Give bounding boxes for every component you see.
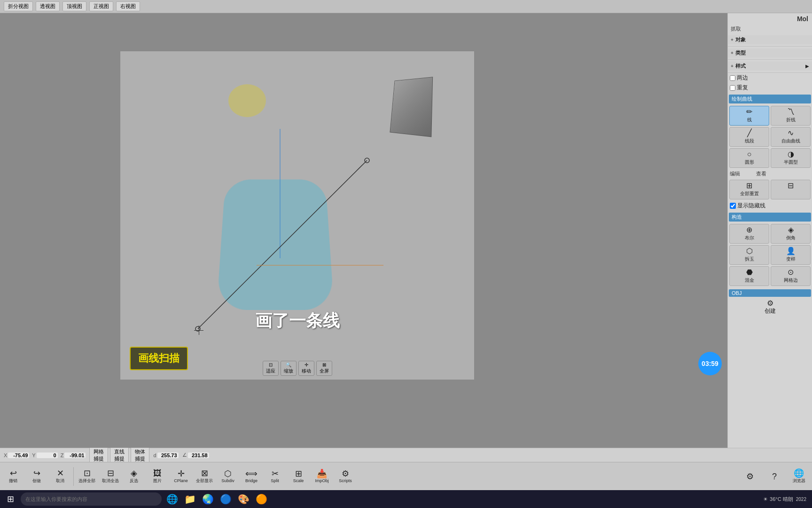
scripts-btn[interactable]: ⚙ Scripts (334, 464, 357, 489)
taskbar-search-input[interactable] (21, 492, 162, 506)
browser-btn[interactable]: 🌐 浏览器 (788, 464, 810, 489)
taskbar-app-blue[interactable]: 🔵 (217, 491, 234, 508)
props-header-style[interactable]: + 样式 ▶ (728, 62, 812, 71)
construct-tools-grid: ⊕ 布尔 ◈ 倒角 ⬡ 拆玉 👤 变样 (728, 222, 812, 287)
split-btn[interactable]: ✂ Split (264, 464, 286, 489)
split2-btn[interactable]: ⬡ 拆玉 (729, 245, 769, 265)
invert-sel-btn[interactable]: ◈ 反选 (123, 464, 145, 489)
right-view-btn[interactable]: 右视图 (116, 1, 140, 11)
show-all-btn[interactable]: ⊠ 全部显示 (193, 464, 216, 489)
scale-label: Scale (293, 478, 304, 483)
line-snap-btn[interactable]: 直线捕提 (110, 447, 129, 464)
chamfer-icon: ◈ (788, 226, 794, 234)
subdiv-label: Subdiv (221, 478, 234, 483)
freeform-icon: ∿ (788, 129, 794, 137)
props-title-style: 样式 (735, 63, 746, 70)
segment-tool-btn[interactable]: ╱ 线段 (729, 127, 769, 147)
perspective-view-btn[interactable]: 透视图 (36, 1, 60, 11)
select-all-btn[interactable]: ⊡ 选择全部 (76, 464, 98, 489)
repeat-checkbox[interactable] (730, 85, 735, 91)
bool-label: 布尔 (745, 235, 754, 241)
circle-icon: ○ (747, 151, 752, 158)
pan-btn[interactable]: ✛ 移动 (298, 361, 314, 376)
image-btn[interactable]: 🖼 图片 (146, 464, 169, 489)
polyline-tool-btn[interactable]: 〽 折线 (771, 106, 811, 126)
deselect-icon: ⊟ (107, 469, 114, 477)
split-label: Split (271, 478, 279, 483)
top-view-btn[interactable]: 顶视图 (62, 1, 86, 11)
bool-btn[interactable]: ⊕ 布尔 (729, 224, 769, 244)
fit-view-btn[interactable]: ⊡ 适应 (263, 361, 279, 376)
blend-label: 混金 (745, 277, 754, 284)
status-bar: X -75.49 Y 0 Z -99.01 网格捕提 直线捕提 物体捕提 d 2… (0, 448, 812, 462)
mesh-edge-btn[interactable]: ⊙ 网格边 (771, 266, 811, 286)
freeform-tool-btn[interactable]: ∿ 自由曲线 (771, 127, 811, 147)
main-area: 画了一条线 画线扫描 ⊡ 适应 🔍 缩放 (0, 13, 812, 448)
undo-btn[interactable]: ↩ 撤销 (2, 464, 24, 489)
show-hidden-checkbox[interactable] (730, 203, 736, 209)
bridge-icon: ⟺ (245, 469, 258, 478)
semicircle-tool-btn[interactable]: ◑ 半圆型 (771, 148, 811, 168)
chamfer-btn[interactable]: ◈ 倒角 (771, 224, 811, 244)
cplane-btn[interactable]: ✛ CPlane (170, 464, 192, 489)
coord-display: X -75.49 Y 0 Z -99.01 (4, 452, 86, 458)
expand-arrow-object: + (731, 37, 734, 42)
bridge-label: Bridge (245, 478, 258, 483)
line-tool-btn[interactable]: ✏ 线 (729, 106, 769, 126)
cplane-icon: ✛ (178, 469, 185, 478)
cancel-btn[interactable]: ✕ 取消 (49, 464, 71, 489)
circle-label: 圆形 (745, 159, 754, 166)
impobj-icon: 📥 (317, 469, 327, 478)
props-section-object: + 对象 (728, 33, 812, 47)
taskbar-app-ps[interactable]: 🎨 (235, 491, 252, 508)
top-bar: 折分视图 透视图 顶视图 正视图 右视图 (0, 0, 812, 13)
taskbar-app-orange[interactable]: 🟠 (253, 491, 270, 508)
blend-btn[interactable]: ⬣ 混金 (729, 266, 769, 286)
two-sides-checkbox[interactable] (730, 75, 735, 81)
front-view-btn[interactable]: 正视图 (89, 1, 113, 11)
zoom-icon: 🔍 (286, 362, 291, 367)
select-all-label: 选择全部 (78, 478, 95, 484)
impobj-label: ImpObj (315, 478, 328, 483)
edit-label: 编辑 (730, 170, 740, 177)
fullscreen-btn[interactable]: ⊠ 全屏 (316, 361, 332, 376)
chamfer-label: 倒角 (786, 235, 796, 241)
reset-all-btn[interactable]: ⊞ 全部重置 (729, 180, 769, 199)
show-all-icon: ⊠ (201, 469, 208, 477)
bool-icon: ⊕ (746, 226, 752, 234)
obj-snap-btn[interactable]: 物体捕提 (131, 447, 149, 464)
start-btn[interactable]: ⊞ (2, 491, 19, 507)
redo-btn[interactable]: ↪ 创做 (25, 464, 48, 489)
split2-label: 拆玉 (745, 256, 754, 262)
subdiv-btn[interactable]: ⬡ Subdiv (217, 464, 239, 489)
deselect-btn[interactable]: ⊟ 取消全选 (99, 464, 122, 489)
polyline-icon: 〽 (787, 108, 795, 116)
help-btn[interactable]: ? (763, 464, 786, 489)
toolbar-right: ⚙ ? 🌐 浏览器 (739, 464, 810, 489)
help-icon: ? (772, 472, 777, 481)
split-view-btn[interactable]: 折分视图 (4, 1, 33, 11)
windows-icon: ⊞ (7, 494, 14, 504)
transform-icon: 👤 (786, 247, 796, 255)
edit2-btn[interactable]: ⊟ (771, 180, 811, 199)
construct-section-header: 构造 (729, 213, 811, 222)
create-obj-btn[interactable]: ⚙ 创建 (728, 298, 812, 317)
zoom-btn[interactable]: 🔍 缩放 (281, 361, 297, 376)
impobj-btn[interactable]: 📥 ImpObj (311, 464, 333, 489)
props-header-type[interactable]: + 类型 (728, 48, 812, 57)
grid-snap-btn[interactable]: 网格捕提 (89, 447, 108, 464)
props-header-object[interactable]: + 对象 (728, 35, 812, 44)
transform-btn[interactable]: 👤 变样 (771, 245, 811, 265)
y-label: Y (32, 452, 35, 458)
bridge-btn[interactable]: ⟺ Bridge (240, 464, 263, 489)
taskbar-app-explorer[interactable]: 📁 (181, 491, 198, 508)
pan-icon: ✛ (304, 362, 308, 367)
circle-tool-btn[interactable]: ○ 圆形 (729, 148, 769, 168)
show-hidden-label: 显示隐藏线 (737, 202, 765, 210)
taskbar-app-browser2[interactable]: 🌏 (199, 491, 216, 508)
settings-btn[interactable]: ⚙ (739, 464, 761, 489)
viewport[interactable]: 画了一条线 画线扫描 ⊡ 适应 🔍 缩放 (0, 13, 727, 448)
scale-btn[interactable]: ⊞ Scale (287, 464, 310, 489)
props-section-style: + 样式 ▶ (728, 60, 812, 73)
taskbar-app-edge[interactable]: 🌐 (164, 491, 180, 508)
